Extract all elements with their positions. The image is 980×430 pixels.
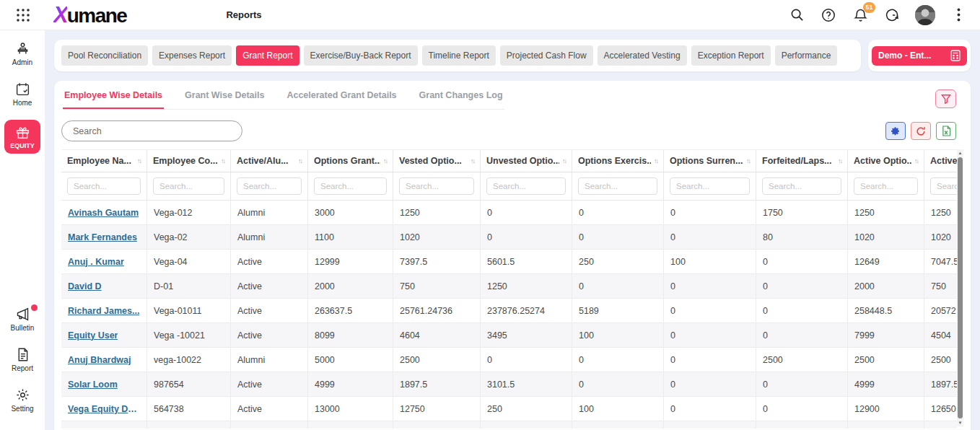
- column-header[interactable]: Vested Optio...↑↓: [393, 150, 481, 172]
- employee-name-cell: Richard James...: [61, 299, 147, 322]
- table-cell: 4504: [924, 323, 957, 347]
- sidebar-item-bulletin[interactable]: Bulletin: [4, 304, 40, 334]
- chat-icon[interactable]: [883, 6, 901, 24]
- apps-grid-icon[interactable]: [14, 6, 32, 24]
- sort-icon[interactable]: ↑↓: [471, 157, 474, 164]
- table-cell: 12999: [308, 250, 393, 273]
- column-header[interactable]: Options Exercis...↑↓: [572, 150, 664, 172]
- employee-link[interactable]: Solar Loom: [68, 379, 118, 390]
- report-tab-exception-report[interactable]: Exception Report: [691, 45, 771, 66]
- report-tab-expenses-report[interactable]: Expenses Report: [152, 45, 232, 66]
- sort-icon[interactable]: ↑↓: [654, 157, 657, 164]
- column-search-input[interactable]: [930, 177, 957, 195]
- bell-icon[interactable]: 51: [852, 6, 869, 24]
- sidebar-item-admin[interactable]: Admin: [4, 39, 40, 69]
- sort-icon[interactable]: ↑↓: [221, 157, 224, 164]
- employee-link[interactable]: Mark Fernandes: [68, 232, 137, 242]
- sub-tab-employee-wise-details[interactable]: Employee Wise Details: [63, 90, 164, 109]
- search-icon[interactable]: [788, 6, 805, 24]
- avatar[interactable]: [915, 5, 935, 25]
- employee-link[interactable]: David D: [68, 281, 102, 291]
- column-header-label: Active/Alu...: [237, 156, 289, 166]
- column-header[interactable]: Employee Na...↑↓: [61, 150, 147, 172]
- column-search-input[interactable]: [237, 177, 302, 195]
- column-header[interactable]: Options Surren...↑↓: [664, 150, 756, 172]
- sidebar-item-home[interactable]: Home: [4, 79, 40, 109]
- column-header[interactable]: Options Grant...↑↓: [308, 150, 393, 172]
- sort-icon[interactable]: ↑↓: [914, 157, 918, 164]
- column-header[interactable]: Active↑↓: [924, 150, 957, 172]
- table-cell: 750: [393, 274, 481, 298]
- vertical-scrollbar[interactable]: ▲ ▼: [957, 149, 963, 426]
- sort-icon[interactable]: ↑↓: [562, 157, 566, 164]
- column-search-input[interactable]: [314, 177, 387, 195]
- report-tab-pool-reconciliation[interactable]: Pool Reconciliation: [61, 45, 148, 66]
- sort-icon[interactable]: ↑↓: [383, 157, 387, 164]
- table-cell: 5189: [572, 299, 664, 322]
- table-cell: 263637.5: [308, 299, 393, 322]
- settings-gear-button[interactable]: [885, 122, 906, 140]
- vertical-scroll-thumb[interactable]: [958, 157, 963, 418]
- refresh-button[interactable]: [911, 122, 931, 140]
- report-tab-grant-report[interactable]: Grant Report: [236, 45, 299, 66]
- company-switcher-button[interactable]: Demo - Ent...: [872, 46, 967, 66]
- scroll-down-arrow[interactable]: ▼: [958, 419, 963, 426]
- employee-link[interactable]: Anuj . Kumar: [68, 257, 124, 267]
- sub-tab-accelerated-grant-details[interactable]: Accelerated Grant Details: [285, 90, 398, 109]
- employee-link[interactable]: Equity User: [68, 330, 118, 341]
- column-header[interactable]: Active/Alu...↑↓: [231, 150, 308, 172]
- table-cell: 3101.5: [481, 372, 572, 396]
- sidebar-item-setting[interactable]: Setting: [4, 385, 40, 415]
- column-filter-cell: [572, 172, 664, 200]
- table-cell: 0: [664, 299, 756, 322]
- employee-link[interactable]: Alwin: [68, 429, 92, 429]
- export-excel-button[interactable]: [936, 122, 956, 140]
- report-tab-performance[interactable]: Performance: [775, 45, 838, 66]
- sub-tab-grant-changes-log[interactable]: Grant Changes Log: [418, 90, 504, 109]
- brand-logo[interactable]: Xumane: [53, 2, 126, 28]
- employee-link[interactable]: Richard James...: [68, 306, 139, 316]
- employee-link[interactable]: Vega Equity De...: [68, 404, 140, 414]
- column-header[interactable]: Active Optio...↑↓: [848, 150, 924, 172]
- column-header[interactable]: Unvested Optio...↑↓: [481, 150, 572, 172]
- kebab-menu-icon[interactable]: [950, 6, 967, 24]
- report-tabs: Pool ReconciliationExpenses ReportGrant …: [54, 40, 861, 71]
- brand-logo-x: X: [53, 2, 67, 28]
- sidebar-item-report[interactable]: Report: [4, 345, 40, 374]
- refresh-icon: [916, 126, 926, 136]
- sort-icon[interactable]: ↑↓: [838, 157, 841, 164]
- table-cell: Active: [231, 299, 308, 322]
- column-header[interactable]: Forfeited/Laps...↑↓: [756, 150, 848, 172]
- sub-tab-grant-wise-details[interactable]: Grant Wise Details: [183, 90, 266, 109]
- report-tab-accelerated-vesting[interactable]: Accelerated Vesting: [598, 45, 687, 66]
- table-cell: 7999: [848, 323, 924, 347]
- sidebar-item-equity[interactable]: EQUITY: [4, 120, 40, 154]
- column-search-input[interactable]: [399, 177, 474, 195]
- scroll-up-arrow[interactable]: ▲: [958, 149, 963, 157]
- search-input[interactable]: [61, 120, 242, 141]
- column-header[interactable]: Employee Co...↑↓: [147, 150, 231, 172]
- table-cell: 237876.25274: [481, 299, 572, 322]
- column-search-input[interactable]: [762, 177, 841, 195]
- gear-icon: [891, 126, 901, 136]
- filter-button[interactable]: [935, 89, 956, 108]
- table-row: Alwin024Active30001160252000030001160: [61, 421, 957, 429]
- column-search-input[interactable]: [578, 177, 657, 195]
- help-icon[interactable]: [820, 6, 837, 24]
- employee-link[interactable]: Anuj Bhardwaj: [68, 355, 131, 365]
- employee-link[interactable]: Avinash Gautam: [68, 208, 139, 218]
- notification-badge: 51: [863, 2, 875, 13]
- table-cell: Vega-012: [147, 201, 231, 224]
- column-search-input[interactable]: [670, 177, 750, 195]
- column-search-input[interactable]: [854, 177, 918, 195]
- sort-icon[interactable]: ↑↓: [746, 157, 750, 164]
- column-search-input[interactable]: [153, 177, 224, 195]
- report-tab-timeline-report[interactable]: Timeline Report: [422, 45, 496, 66]
- report-tab-exercise-buy-back-report[interactable]: Exercise/Buy-Back Report: [304, 45, 418, 66]
- column-search-input[interactable]: [67, 177, 141, 195]
- table-cell: 100: [664, 250, 756, 273]
- sort-icon[interactable]: ↑↓: [298, 157, 302, 164]
- column-search-input[interactable]: [486, 177, 566, 195]
- sort-icon[interactable]: ↑↓: [137, 157, 141, 164]
- report-tab-projected-cash-flow[interactable]: Projected Cash Flow: [500, 45, 593, 66]
